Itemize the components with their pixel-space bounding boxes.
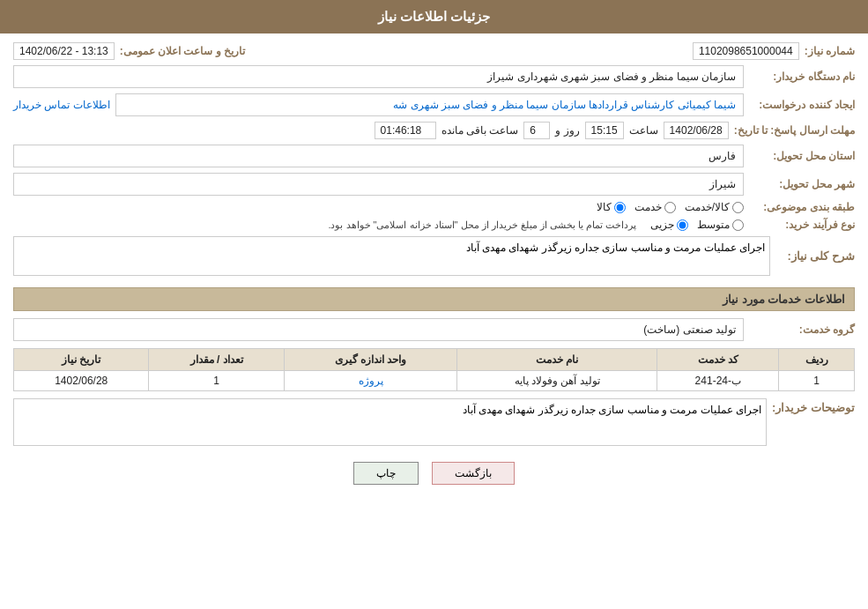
announce-value: 1402/06/22 - 13:13 — [13, 42, 115, 60]
contact-link[interactable]: اطلاعات تماس خریدار — [13, 99, 110, 111]
category-radio-group: کالا/خدمت خدمت کالا — [597, 201, 744, 213]
summary-label: شرح کلی نیاز: — [775, 249, 855, 263]
city-label: شهر محل تحویل: — [749, 178, 855, 190]
category-radio-khidmat[interactable] — [664, 202, 676, 213]
table-header-row: ردیف کد خدمت نام خدمت واحد اندازه گیری ت… — [14, 349, 855, 371]
deadline-date: 1402/06/28 — [664, 122, 729, 139]
need-number-label: شماره نیاز: — [805, 45, 855, 57]
deadline-time-label: ساعت — [629, 124, 658, 137]
province-label: استان محل تحویل: — [749, 150, 855, 162]
buyer-row: نام دستگاه خریدار: سازمان سیما منظر و فض… — [13, 65, 855, 88]
deadline-remaining-label: ساعت باقی مانده — [441, 124, 519, 137]
category-row: طبقه بندی موضوعی: کالا/خدمت خدمت کالا — [13, 201, 855, 213]
page-title: جزئیات اطلاعات نیاز — [378, 9, 490, 24]
purchase-small: جزیی — [650, 219, 688, 231]
back-button[interactable]: بازگشت — [432, 462, 515, 485]
buyer-desc-row: توضیحات خریدار: — [13, 398, 855, 449]
buyer-value: سازمان سیما منظر و فضای سبز شهری شهرداری… — [13, 65, 744, 88]
page-header: جزئیات اطلاعات نیاز — [0, 0, 868, 33]
city-value: شیراز — [13, 173, 744, 196]
category-radio-kala-khidmat[interactable] — [732, 202, 744, 213]
col-quantity: تعداد / مقدار — [149, 349, 284, 371]
cell-service-name: تولید آهن وفولاد پایه — [457, 371, 657, 391]
main-content: شماره نیاز: 1102098651000044 تاریخ و ساع… — [0, 33, 868, 502]
summary-textarea[interactable] — [13, 236, 770, 276]
buyer-desc-label: توضیحات خریدار: — [772, 398, 855, 414]
col-date: تاریخ نیاز — [14, 349, 149, 371]
need-number-value: 1102098651000044 — [693, 42, 799, 60]
purchase-row: نوع فرآیند خرید: متوسط جزیی پرداخت تمام … — [13, 219, 855, 231]
category-label: طبقه بندی موضوعی: — [749, 201, 855, 213]
creator-value: شیما کیمیائی کارشناس قراردادها سازمان سی… — [115, 93, 744, 116]
deadline-label: مهلت ارسال پاسخ: تا تاریخ: — [734, 124, 855, 137]
buyer-desc-box — [13, 398, 767, 449]
purchase-radio-group: متوسط جزیی — [650, 219, 744, 231]
province-value: فارس — [13, 145, 744, 167]
group-value: تولید صنعتی (ساخت) — [13, 318, 744, 341]
purchase-radio-small[interactable] — [677, 219, 688, 231]
buyer-label: نام دستگاه خریدار: — [749, 71, 855, 83]
purchase-medium: متوسط — [697, 219, 744, 231]
category-khidmat: خدمت — [634, 201, 676, 213]
purchase-label: نوع فرآیند خرید: — [749, 219, 855, 231]
col-service-code: کد خدمت — [657, 349, 779, 371]
cell-row-num: 1 — [779, 371, 855, 391]
announce-label: تاریخ و ساعت اعلان عمومی: — [120, 45, 245, 57]
category-radio-kala[interactable] — [614, 202, 626, 213]
services-table: ردیف کد خدمت نام خدمت واحد اندازه گیری ت… — [13, 348, 855, 391]
purchase-radio-medium[interactable] — [732, 219, 744, 231]
page-wrapper: جزئیات اطلاعات نیاز شماره نیاز: 11020986… — [0, 0, 868, 609]
group-label: گروه خدمت: — [749, 323, 855, 336]
deadline-row: مهلت ارسال پاسخ: تا تاریخ: 1402/06/28 سا… — [13, 122, 855, 139]
deadline-remaining: 01:46:18 — [375, 122, 436, 139]
category-kala: کالا — [597, 201, 626, 213]
purchase-note: پرداخت تمام یا بخشی از مبلغ خریدار از مح… — [328, 219, 636, 231]
deadline-days: 6 — [523, 122, 550, 139]
deadline-time: 15:15 — [585, 122, 624, 139]
deadline-day-label: روز و — [555, 124, 579, 137]
col-row-num: ردیف — [779, 349, 855, 371]
table-row: 1 ب-24-241 تولید آهن وفولاد پایه پروژه 1… — [14, 371, 855, 391]
creator-row: ایجاد کننده درخواست: شیما کیمیائی کارشنا… — [13, 93, 855, 116]
buyer-desc-textarea[interactable] — [13, 398, 767, 446]
announce-row: شماره نیاز: 1102098651000044 تاریخ و ساع… — [13, 42, 855, 60]
cell-date: 1402/06/28 — [14, 371, 149, 391]
group-row: گروه خدمت: تولید صنعتی (ساخت) — [13, 318, 855, 341]
creator-label: ایجاد کننده درخواست: — [749, 99, 855, 111]
province-row: استان محل تحویل: فارس — [13, 145, 855, 167]
services-section-header: اطلاعات خدمات مورد نیاز — [13, 287, 855, 311]
cell-quantity: 1 — [149, 371, 284, 391]
summary-box — [13, 236, 770, 279]
col-service-name: نام خدمت — [457, 349, 657, 371]
cell-service-code: ب-24-241 — [657, 371, 779, 391]
category-kala-khidmat: کالا/خدمت — [685, 201, 744, 213]
cell-unit: پروژه — [284, 371, 456, 391]
col-unit: واحد اندازه گیری — [284, 349, 456, 371]
city-row: شهر محل تحویل: شیراز — [13, 173, 855, 196]
summary-row: شرح کلی نیاز: — [13, 236, 855, 279]
buttons-row: بازگشت چاپ — [13, 462, 855, 485]
print-button[interactable]: چاپ — [353, 462, 419, 485]
